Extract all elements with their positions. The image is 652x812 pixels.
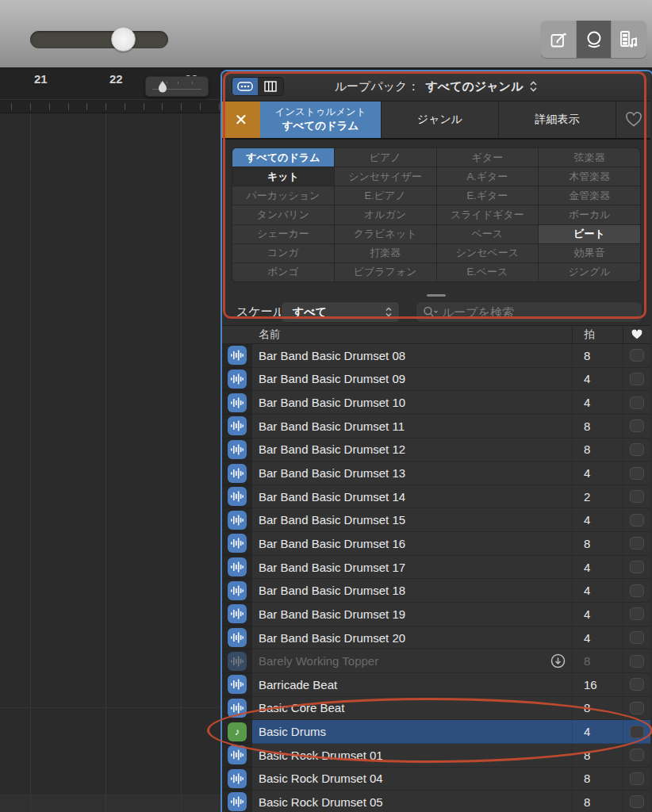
loop-icon-cell[interactable]	[222, 485, 252, 509]
loop-icon-cell[interactable]: ♪	[222, 720, 252, 744]
category-button[interactable]: コンガ	[232, 244, 334, 262]
loop-browser-button[interactable]	[576, 21, 612, 58]
category-button[interactable]: ビブラフォン	[335, 263, 436, 282]
category-button[interactable]: シンセサイザー	[335, 167, 436, 186]
loop-icon-cell[interactable]	[222, 532, 252, 556]
loop-icon-cell[interactable]	[222, 626, 252, 650]
category-button[interactable]: シェーカー	[232, 225, 334, 243]
table-row[interactable]: Bar Band Basic Drumset 18 4	[222, 579, 650, 603]
table-row[interactable]: Bar Band Basic Drumset 08 8	[222, 344, 650, 368]
loop-icon-cell[interactable]	[222, 579, 252, 603]
category-button[interactable]: 弦楽器	[539, 148, 640, 167]
category-button[interactable]: 金管楽器	[539, 186, 640, 205]
table-row[interactable]: Basic Rock Drumset 04 8	[222, 768, 650, 791]
category-button[interactable]: ビート	[539, 225, 640, 243]
loop-search-field[interactable]	[416, 301, 642, 323]
table-row[interactable]: Bar Band Basic Drumset 10 4	[222, 391, 650, 415]
table-row[interactable]: ♪ Basic Drums 4	[222, 720, 650, 744]
table-row[interactable]: Bar Band Basic Drumset 15 4	[222, 508, 650, 532]
table-row[interactable]: Bar Band Basic Drumset 12 8	[222, 439, 650, 462]
loop-icon-cell[interactable]	[222, 415, 252, 439]
table-row[interactable]: Bar Band Basic Drumset 19 4	[222, 603, 650, 626]
favorite-checkbox[interactable]	[630, 537, 644, 550]
loop-icon-cell[interactable]	[222, 673, 252, 697]
category-button[interactable]: ジングル	[539, 263, 640, 282]
table-row[interactable]: Basic Rock Drumset 05 8	[222, 791, 650, 812]
media-browser-button[interactable]	[611, 21, 646, 58]
category-button[interactable]: パーカッション	[232, 186, 334, 205]
favorite-checkbox[interactable]	[630, 795, 644, 808]
loop-pack-selector[interactable]: ループパック： すべてのジャンル	[222, 71, 650, 102]
favorite-checkbox[interactable]	[630, 419, 644, 432]
category-button[interactable]: 効果音	[539, 244, 640, 262]
favorite-checkbox[interactable]	[630, 749, 644, 761]
table-row[interactable]: Barely Working Topper 8	[222, 649, 650, 673]
category-button[interactable]: クラビネット	[335, 225, 436, 243]
loop-icon-cell[interactable]	[222, 768, 252, 791]
favorite-checkbox[interactable]	[630, 396, 644, 409]
loop-icon-cell[interactable]	[222, 344, 252, 368]
tab-details[interactable]: 詳細表示	[498, 102, 616, 138]
category-button[interactable]: A.ギター	[437, 167, 539, 186]
category-button[interactable]: すべてのドラム	[232, 148, 334, 167]
search-input[interactable]	[442, 305, 635, 319]
favorite-checkbox[interactable]	[630, 349, 644, 362]
favorite-checkbox[interactable]	[630, 678, 644, 691]
favorite-checkbox[interactable]	[630, 467, 644, 480]
loop-icon-cell[interactable]	[222, 439, 252, 462]
tab-instrument[interactable]: インストゥルメント すべてのドラム	[260, 102, 381, 138]
zoom-slider-thumb[interactable]	[156, 80, 169, 94]
favorite-checkbox[interactable]	[630, 607, 644, 620]
loop-icon-cell[interactable]	[222, 603, 252, 626]
table-row[interactable]: Bar Band Basic Drumset 13 4	[222, 462, 650, 485]
favorite-checkbox[interactable]	[630, 373, 644, 385]
loop-icon-cell[interactable]	[222, 462, 252, 485]
category-button[interactable]: タンバリン	[232, 205, 334, 224]
favorite-checkbox[interactable]	[630, 772, 644, 785]
favorite-checkbox[interactable]	[630, 561, 644, 573]
favorite-checkbox[interactable]	[630, 443, 644, 456]
tab-genre[interactable]: ジャンル	[381, 102, 498, 138]
category-button[interactable]: ピアノ	[335, 148, 436, 167]
column-header-name[interactable]: 名前	[252, 326, 573, 343]
table-row[interactable]: Bar Band Basic Drumset 11 8	[222, 415, 650, 439]
table-row[interactable]: Bar Band Basic Drumset 20 4	[222, 626, 650, 650]
column-header-beats[interactable]: 拍	[573, 326, 623, 343]
category-button[interactable]: ボーカル	[539, 205, 640, 224]
favorites-filter-button[interactable]	[616, 102, 650, 138]
category-button[interactable]: 打楽器	[335, 244, 436, 262]
table-row[interactable]: Basic Core Beat 8	[222, 697, 650, 721]
loop-icon-cell[interactable]	[222, 508, 252, 532]
column-view-toggle[interactable]	[258, 78, 283, 95]
loop-icon-cell[interactable]	[222, 744, 252, 768]
table-row[interactable]: Bar Band Basic Drumset 17 4	[222, 556, 650, 580]
category-button[interactable]: 木管楽器	[539, 167, 640, 186]
favorite-checkbox[interactable]	[630, 655, 644, 668]
panel-resize-handle[interactable]	[427, 294, 446, 297]
category-button[interactable]: オルガン	[335, 205, 436, 224]
category-button[interactable]: スライドギター	[437, 205, 539, 224]
table-row[interactable]: Bar Band Basic Drumset 16 8	[222, 532, 650, 556]
loop-icon-cell[interactable]	[222, 697, 252, 721]
favorite-checkbox[interactable]	[630, 490, 644, 503]
category-button[interactable]: キット	[232, 167, 334, 186]
loop-icon-cell[interactable]	[222, 368, 252, 392]
table-row[interactable]: Bar Band Basic Drumset 14 2	[222, 485, 650, 509]
favorite-checkbox[interactable]	[630, 584, 644, 597]
favorite-checkbox[interactable]	[630, 514, 644, 527]
volume-slider-knob[interactable]	[111, 27, 136, 52]
loop-icon-cell[interactable]	[222, 791, 252, 812]
close-filters-button[interactable]: ✕	[222, 102, 260, 138]
download-icon[interactable]	[550, 653, 566, 668]
favorite-checkbox[interactable]	[630, 702, 644, 714]
volume-slider-track[interactable]	[30, 31, 168, 48]
loop-icon-cell[interactable]	[222, 649, 252, 673]
category-button[interactable]: ギター	[437, 148, 539, 167]
table-row[interactable]: Barricade Beat 16	[222, 673, 650, 697]
category-button[interactable]: E.ギター	[437, 186, 539, 205]
favorite-checkbox[interactable]	[630, 726, 644, 738]
category-button[interactable]: E.ピアノ	[335, 186, 436, 205]
smart-controls-button[interactable]	[541, 21, 576, 58]
column-header-favorite[interactable]	[623, 329, 650, 340]
category-button[interactable]: E.ベース	[437, 263, 539, 282]
